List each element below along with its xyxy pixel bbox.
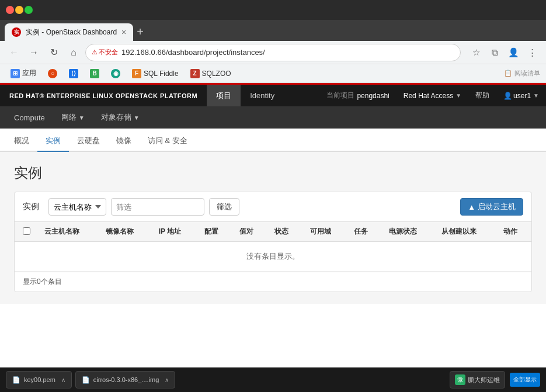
bookmark-red-icon[interactable]: ○ (43, 67, 62, 80)
browser-controls: ← → ↻ ⌂ ⚠ 不安全 192.168.0.66/dashboard/pro… (0, 41, 546, 64)
taskbar: 📄 key00.pem ∧ 📄 cirros-0.3.0-x86_....img… (0, 367, 546, 392)
forward-button[interactable]: → (26, 44, 42, 61)
address-text: 192.168.0.66/dashboard/project/instances… (121, 48, 265, 57)
sqlzoo-icon: Z (190, 69, 200, 78)
menu-button[interactable]: ⋮ (524, 44, 540, 61)
os-nav-items: 项目 Identity (207, 85, 284, 106)
apps-icon: ⊞ (11, 69, 20, 78)
full-show-button[interactable]: 全部显示 (510, 373, 540, 387)
profile-button[interactable]: 👤 (505, 44, 521, 61)
bookmark-sqlzoo[interactable]: Z SQLZOO (186, 67, 236, 80)
nav-item-project[interactable]: 项目 (207, 85, 241, 106)
th-created: 从创建以来 (434, 222, 496, 242)
th-name: 云主机名称 (37, 222, 99, 242)
page-title: 实例 (14, 164, 532, 182)
key-file-label: key00.pem (24, 376, 55, 383)
address-bar[interactable]: ⚠ 不安全 192.168.0.66/dashboard/project/ins… (85, 44, 461, 61)
filter-button[interactable]: 筛选 (209, 198, 239, 216)
apps-label: 应用 (22, 68, 36, 78)
new-tab-button[interactable]: + (137, 25, 144, 41)
tab-images[interactable]: 镜像 (108, 131, 140, 152)
titlebar-controls (6, 6, 33, 14)
security-warning: ⚠ 不安全 (92, 48, 118, 57)
back-button[interactable]: ← (6, 44, 22, 61)
sqlfiddle-label: SQL Fiddle (144, 70, 179, 78)
blueicon-icon: ⟨⟩ (69, 69, 78, 78)
subnav-object-store[interactable]: 对象存储 ▼ (93, 106, 148, 129)
th-task: 任务 (347, 222, 382, 242)
tab-access-security[interactable]: 访问 & 安全 (140, 131, 196, 152)
greenicon-icon: B (90, 69, 99, 78)
redhat-access-arrow: ▼ (455, 92, 461, 99)
bookmark-green-icon[interactable]: B (85, 67, 104, 80)
th-image: 镜像名称 (99, 222, 151, 242)
redhat-access-item[interactable]: Red Hat Access ▼ (397, 85, 468, 106)
tab-volumes[interactable]: 云硬盘 (69, 131, 108, 152)
current-project-item[interactable]: 当前项目 pengdashi (319, 85, 396, 106)
th-actions: 动作 (496, 222, 531, 242)
tab-instances[interactable]: 实例 (37, 131, 69, 152)
home-button[interactable]: ⌂ (65, 44, 82, 61)
browser-tab-active[interactable]: 实 实例 - OpenStack Dashboard × (5, 23, 133, 41)
user-item[interactable]: 👤 user1 ▼ (496, 85, 546, 106)
bookmark-apps[interactable]: ⊞ 应用 (6, 67, 41, 80)
bookmark-star-button[interactable]: ☆ (468, 44, 484, 61)
wechat-label: 鹏大师运维 (468, 376, 500, 384)
tab-title: 实例 - OpenStack Dashboard (26, 27, 117, 37)
close-btn[interactable] (6, 6, 14, 14)
taskbar-key-file[interactable]: 📄 key00.pem ∧ (6, 371, 72, 388)
table-body: 没有条目显示。 (15, 242, 531, 272)
reading-list-label: 阅读清单 (514, 69, 540, 78)
reading-list[interactable]: 📋 阅读清单 (504, 69, 540, 78)
user-icon: 👤 (503, 92, 512, 100)
extensions-button[interactable]: ⧉ (486, 44, 503, 61)
subnav-network[interactable]: 网络 ▼ (53, 106, 93, 129)
count-row: 显示0个条目 (15, 272, 531, 292)
objectstore-arrow-icon: ▼ (134, 115, 140, 121)
taskbar-right: 微 鹏大师运维 全部显示 (450, 371, 540, 388)
os-topnav: RED HAT® ENTERPRISE LINUX OPENSTACK PLAT… (0, 83, 546, 106)
os-subnav: Compute 网络 ▼ 对象存储 ▼ (0, 106, 546, 129)
os-content: 实例 实例 云主机名称 IP地址 状态 筛选 ▲ 启动云主机 (0, 152, 546, 304)
maximize-btn[interactable] (25, 6, 33, 14)
warning-icon: ⚠ (92, 48, 98, 56)
filter-select[interactable]: 云主机名称 IP地址 状态 (48, 198, 106, 216)
cirros-file-label: cirros-0.3.0-x86_....img (93, 376, 159, 383)
user-arrow-icon: ▼ (533, 92, 539, 99)
wechat-badge[interactable]: 微 鹏大师运维 (450, 371, 505, 388)
subnav-compute[interactable]: Compute (6, 106, 53, 129)
network-arrow-icon: ▼ (79, 115, 85, 121)
instances-panel: 实例 云主机名称 IP地址 状态 筛选 ▲ 启动云主机 云主机名称 镜像名称 (14, 192, 532, 292)
bookmarks-bar: ⊞ 应用 ○ ⟨⟩ B ◉ F SQL Fiddle Z SQLZOO 📋 阅读… (0, 64, 546, 83)
th-keypair: 值对 (232, 222, 267, 242)
filter-input[interactable] (111, 198, 204, 216)
reload-button[interactable]: ↻ (46, 44, 62, 61)
th-config: 配置 (197, 222, 232, 242)
bookmark-sqlfiddle[interactable]: F SQL Fiddle (127, 67, 183, 80)
launch-instance-button[interactable]: ▲ 启动云主机 (460, 198, 523, 216)
browser-actions: ☆ ⧉ 👤 ⋮ (468, 44, 540, 61)
tab-close-icon[interactable]: × (121, 27, 126, 37)
browser-tab-bar: 实 实例 - OpenStack Dashboard × + (0, 20, 546, 41)
key-file-icon: 📄 (12, 376, 20, 384)
cirros-file-arrow-icon: ∧ (165, 377, 169, 383)
help-item[interactable]: 帮助 (468, 85, 496, 106)
tealicon-icon: ◉ (111, 69, 120, 78)
th-status: 状态 (267, 222, 302, 242)
select-all-checkbox[interactable] (23, 227, 30, 235)
th-az: 可用域 (303, 222, 347, 242)
cirros-file-icon: 📄 (82, 376, 90, 384)
bookmark-teal-icon[interactable]: ◉ (106, 67, 125, 80)
taskbar-cirros-file[interactable]: 📄 cirros-0.3.0-x86_....img ∧ (75, 371, 175, 388)
th-power: 电源状态 (382, 222, 434, 242)
minimize-btn[interactable] (15, 6, 23, 14)
nav-item-identity[interactable]: Identity (241, 85, 284, 106)
os-brand: RED HAT® ENTERPRISE LINUX OPENSTACK PLAT… (0, 92, 207, 99)
empty-message: 没有条目显示。 (15, 242, 531, 272)
key-file-arrow-icon: ∧ (61, 377, 65, 383)
bookmark-blue-icon[interactable]: ⟨⟩ (64, 67, 83, 80)
tab-overview[interactable]: 概况 (6, 131, 37, 152)
table-header: 云主机名称 镜像名称 IP 地址 配置 值对 状态 可用域 任务 电源状态 从创… (15, 222, 531, 242)
instances-toolbar: 实例 云主机名称 IP地址 状态 筛选 ▲ 启动云主机 (15, 192, 531, 222)
os-tabnav: 概况 实例 云硬盘 镜像 访问 & 安全 (0, 129, 546, 152)
